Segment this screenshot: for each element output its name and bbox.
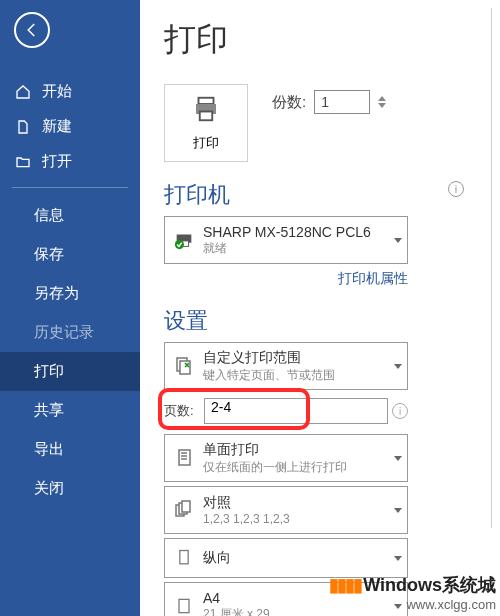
sidebar-item-save[interactable]: 保存 bbox=[0, 235, 140, 274]
print-button-label: 打印 bbox=[193, 134, 219, 152]
printer-icon bbox=[189, 94, 223, 128]
print-side-main: 单面打印 bbox=[203, 441, 389, 459]
sidebar-item-print[interactable]: 打印 bbox=[0, 352, 140, 391]
collate-sub: 1,2,3 1,2,3 1,2,3 bbox=[203, 512, 389, 526]
print-side-dropdown[interactable]: 单面打印 仅在纸面的一侧上进行打印 bbox=[164, 434, 408, 482]
preview-divider bbox=[491, 8, 492, 528]
pages-input[interactable]: 2-4 bbox=[204, 398, 388, 424]
chevron-down-icon bbox=[389, 487, 407, 533]
sidebar-item-history[interactable]: 历史记录 bbox=[0, 313, 140, 352]
copies-input[interactable]: 1 bbox=[314, 90, 370, 114]
print-button[interactable]: 打印 bbox=[164, 84, 248, 162]
printer-dropdown[interactable]: SHARP MX-5128NC PCL6 就绪 bbox=[164, 216, 408, 264]
collate-main: 对照 bbox=[203, 494, 389, 512]
chevron-down-icon bbox=[389, 539, 407, 577]
pages-range-icon bbox=[165, 354, 203, 378]
copies-label: 份数: bbox=[272, 93, 306, 112]
sidebar-item-open[interactable]: 打开 bbox=[0, 144, 140, 179]
watermark-text: Windows系统城 bbox=[363, 575, 496, 595]
sidebar-item-label: 新建 bbox=[42, 117, 72, 136]
print-panel: 打印 打印 份数: 1 打印机 i bbox=[140, 0, 500, 616]
svg-rect-15 bbox=[180, 551, 188, 564]
collate-dropdown[interactable]: 对照 1,2,3 1,2,3 1,2,3 bbox=[164, 486, 408, 534]
sidebar-item-export[interactable]: 导出 bbox=[0, 430, 140, 469]
paper-size-icon bbox=[165, 594, 203, 616]
svg-rect-0 bbox=[199, 98, 214, 104]
orientation-dropdown[interactable]: 纵向 bbox=[164, 538, 408, 578]
printer-info-icon[interactable]: i bbox=[448, 181, 464, 197]
copies-down-button[interactable] bbox=[378, 103, 386, 108]
file-icon bbox=[14, 118, 32, 136]
print-range-dropdown[interactable]: 自定义打印范围 键入特定页面、节或范围 bbox=[164, 342, 408, 390]
copies-spinner bbox=[378, 96, 386, 108]
svg-rect-14 bbox=[182, 501, 190, 512]
back-button[interactable] bbox=[14, 12, 50, 48]
backstage-sidebar: 开始 新建 打开 信息 保存 另存为 历史记录 打印 共享 导出 关闭 bbox=[0, 0, 140, 616]
svg-rect-2 bbox=[200, 112, 213, 121]
single-side-icon bbox=[165, 446, 203, 470]
sidebar-item-home[interactable]: 开始 bbox=[0, 74, 140, 109]
print-range-main: 自定义打印范围 bbox=[203, 349, 389, 367]
svg-rect-16 bbox=[179, 599, 189, 612]
sidebar-item-save-as[interactable]: 另存为 bbox=[0, 274, 140, 313]
watermark-url: www.xclgg.com bbox=[329, 597, 496, 612]
sidebar-separator bbox=[12, 187, 128, 188]
printer-properties-link[interactable]: 打印机属性 bbox=[164, 270, 408, 288]
printer-status: 就绪 bbox=[203, 240, 389, 257]
sidebar-item-new[interactable]: 新建 bbox=[0, 109, 140, 144]
svg-point-5 bbox=[175, 240, 184, 249]
home-icon bbox=[14, 83, 32, 101]
sidebar-item-label: 打开 bbox=[42, 152, 72, 171]
print-side-sub: 仅在纸面的一侧上进行打印 bbox=[203, 459, 389, 476]
orientation-main: 纵向 bbox=[203, 549, 389, 567]
watermark: ▮▮▮▮Windows系统城 www.xclgg.com bbox=[329, 573, 496, 612]
sidebar-item-label: 开始 bbox=[42, 82, 72, 101]
chevron-down-icon bbox=[389, 217, 407, 263]
printer-name: SHARP MX-5128NC PCL6 bbox=[203, 224, 389, 240]
copies-up-button[interactable] bbox=[378, 96, 386, 101]
sidebar-item-share[interactable]: 共享 bbox=[0, 391, 140, 430]
chevron-down-icon bbox=[389, 435, 407, 481]
print-range-sub: 键入特定页面、节或范围 bbox=[203, 367, 389, 384]
folder-open-icon bbox=[14, 153, 32, 171]
watermark-bars-icon: ▮▮▮▮ bbox=[329, 575, 361, 595]
chevron-down-icon bbox=[389, 343, 407, 389]
pages-info-icon[interactable]: i bbox=[392, 403, 408, 419]
sidebar-item-close[interactable]: 关闭 bbox=[0, 469, 140, 508]
portrait-icon bbox=[165, 546, 203, 570]
sidebar-item-info[interactable]: 信息 bbox=[0, 196, 140, 235]
printer-status-icon bbox=[165, 229, 203, 251]
page-title: 打印 bbox=[164, 18, 500, 62]
settings-section-title: 设置 bbox=[164, 306, 500, 336]
printer-section-title: 打印机 bbox=[164, 180, 230, 210]
collate-icon bbox=[165, 498, 203, 522]
pages-label: 页数: bbox=[164, 402, 204, 420]
